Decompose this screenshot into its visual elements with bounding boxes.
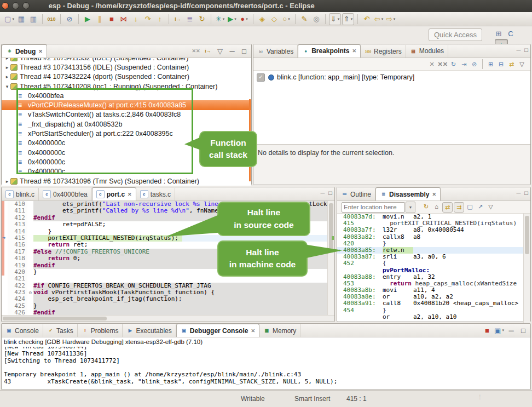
instruction-stepping-icon[interactable]: i→: [172, 14, 183, 25]
open-resource-icon[interactable]: ◇: [269, 14, 280, 25]
tree-twisty-icon[interactable]: ▾: [4, 84, 10, 89]
window-close-button[interactable]: [2, 2, 9, 9]
go-to-file-icon[interactable]: ⇥: [459, 60, 469, 69]
tab-problems[interactable]: !Problems: [78, 324, 123, 337]
editor-annotation-column[interactable]: [2, 201, 8, 208]
mark-occurrences-icon[interactable]: ◎: [311, 14, 322, 25]
breakpoint-checkbox[interactable]: ✓: [257, 73, 265, 82]
step-over-icon[interactable]: ↷: [142, 14, 153, 25]
tab-disassembly[interactable]: ≣Disassembly✕: [375, 187, 441, 200]
window-maximize-button[interactable]: [22, 2, 30, 9]
restart-icon[interactable]: ↻: [196, 14, 207, 25]
link-with-debug-icon[interactable]: ⇄: [507, 60, 516, 69]
editor-line-424[interactable]: 424 esp_set_breakpoint_if_jtag(function)…: [2, 296, 328, 302]
window-minimize-button[interactable]: [12, 2, 19, 9]
fold-marker-icon[interactable]: ⊖: [27, 289, 33, 296]
disasm-source-row[interactable]: 452{: [337, 260, 530, 267]
track-pc-toggle-icon[interactable]: ⇉: [454, 202, 464, 213]
tab-debug[interactable]: ✳Debug✕: [2, 44, 47, 58]
back-history-icon[interactable]: ↶: [361, 14, 372, 25]
editor-line-419[interactable]: 419#endif: [2, 262, 328, 269]
editor-annotation-column[interactable]: [2, 242, 8, 248]
disasm-instruction-row[interactable]: 40083a91:call80x40081b20 <heap_caps_mall…: [337, 300, 530, 307]
tree-twisty-icon[interactable]: ▸: [4, 74, 10, 79]
minimize-icon[interactable]: ─: [227, 45, 238, 56]
sync-source-toggle-icon[interactable]: ⇄: [442, 202, 453, 213]
source-editor[interactable]: 410 ets_printf("Last non-recursive lock …: [2, 201, 334, 322]
last-edit-location-icon[interactable]: ✎: [299, 14, 310, 25]
open-perspective-icon[interactable]: ⊞: [493, 28, 504, 39]
view-menu-icon[interactable]: ▽: [517, 60, 527, 69]
editor-horizontal-scrollbar[interactable]: [2, 315, 334, 322]
instruction-stepping-mode-icon[interactable]: i→: [203, 45, 213, 56]
breakpoint-list-item[interactable]: ✓ blink.c [function: app_main] [type: Te…: [253, 71, 530, 82]
debug-icon[interactable]: ✳▾: [215, 14, 225, 25]
editor-annotation-column[interactable]: [2, 283, 8, 289]
tab-close-icon[interactable]: ✕: [128, 192, 132, 197]
stack-frame[interactable]: ≡vPortCPUReleaseMutex() at port.c:415 0x…: [2, 100, 251, 110]
minimize-button[interactable]: ─: [517, 47, 521, 53]
editor-annotation-column[interactable]: [2, 276, 8, 282]
thread-row[interactable]: ▾Thread #5 1073410208 (ipc1 : Running) (…: [2, 82, 251, 91]
tab-debugger-console[interactable]: ▣Debugger Console✕: [176, 324, 259, 337]
save-icon[interactable]: ▦: [16, 14, 27, 25]
show-supported-breakpoints-icon[interactable]: ↻: [449, 60, 458, 69]
run-icon[interactable]: ▶▾: [227, 14, 238, 25]
line-number[interactable]: 416: [8, 242, 27, 248]
line-number[interactable]: 411: [8, 208, 27, 214]
remove-breakpoint-icon[interactable]: ✕: [427, 60, 437, 69]
skip-all-breakpoints-toggle-icon[interactable]: ⊘: [470, 60, 479, 69]
stack-frame[interactable]: ≡0x4000000c: [2, 157, 251, 167]
tab-close-icon[interactable]: ✕: [38, 49, 43, 54]
stack-frame[interactable]: ≡vTaskSwitchContext() at tasks.c:2,846 0…: [2, 110, 251, 119]
editor-annotation-column[interactable]: [2, 303, 8, 309]
disconnect-icon[interactable]: ⋈: [118, 14, 129, 25]
line-number[interactable]: 421: [8, 276, 27, 282]
tree-twisty-icon[interactable]: ▸: [4, 58, 10, 61]
save-all-icon[interactable]: ▥: [28, 14, 39, 25]
thread-row[interactable]: ▸Thread #4 1073432224 (dport) (Suspended…: [2, 72, 251, 82]
editor-annotation-column[interactable]: ⇒: [2, 235, 8, 242]
debug-launch-tree[interactable]: ▸Thread #2 1073411332 (IDLE) (Suspended …: [2, 58, 251, 186]
tab-tasks[interactable]: ✓Tasks: [43, 324, 78, 337]
suspend-icon[interactable]: ∥: [94, 14, 105, 25]
terminate-console-icon[interactable]: ■: [482, 325, 493, 336]
stack-frame[interactable]: ≡0x4000000c: [2, 148, 251, 157]
back-icon[interactable]: ⇦▾: [373, 14, 384, 25]
line-number[interactable]: 424: [8, 296, 27, 302]
stack-frame[interactable]: ≡0x4000000c: [2, 167, 251, 176]
statusbar-drag-handle[interactable]: ⋮: [477, 394, 482, 400]
tab-blink-c[interactable]: cblink.c: [2, 188, 39, 200]
disasm-source-row[interactable]: 454}: [337, 307, 530, 314]
location-combo-arrow[interactable]: ▼: [406, 202, 415, 213]
stack-frame[interactable]: ≡_frxt_dispatch() at 0x4008532b: [2, 119, 251, 129]
stack-frame[interactable]: ≡0x4000bfea: [2, 91, 251, 100]
tab-memory[interactable]: ▦Memory: [259, 324, 300, 337]
terminate-icon[interactable]: ■: [106, 14, 117, 25]
disasm-instruction-row[interactable]: 40083a87:srlia3, a0, 6: [337, 254, 530, 260]
new-icon[interactable]: ▢▾: [4, 14, 15, 25]
editor-annotation-column[interactable]: [2, 215, 8, 221]
editor-annotation-column[interactable]: [2, 208, 8, 214]
remove-all-breakpoints-icon[interactable]: ✕✕: [438, 60, 448, 69]
open-new-view-icon[interactable]: ↗: [476, 202, 485, 211]
tab-breakpoints[interactable]: ●Breakpoints✕: [298, 44, 361, 58]
view-menu-icon[interactable]: ▽: [215, 45, 225, 56]
location-input[interactable]: [342, 202, 405, 213]
editor-annotation-column[interactable]: [2, 289, 8, 296]
quick-access-button[interactable]: Quick Access: [429, 28, 482, 41]
disassembly-scrollbar[interactable]: [523, 214, 530, 323]
binary-counter-icon[interactable]: 010: [46, 14, 57, 25]
step-into-icon[interactable]: ↓: [130, 14, 141, 25]
thread-row[interactable]: ▸Thread #2 1073411332 (IDLE) (Suspended …: [2, 58, 251, 62]
maximize-button[interactable]: □: [328, 190, 332, 196]
maximize-icon[interactable]: □: [239, 45, 250, 56]
skip-all-breakpoints-icon[interactable]: ⊘: [64, 14, 75, 25]
collapse-all-icon[interactable]: ⊟: [496, 60, 506, 69]
previous-annotation-icon[interactable]: ⇑▾: [342, 13, 354, 25]
home-icon[interactable]: ⌂: [432, 202, 441, 211]
tab-close-icon[interactable]: ✕: [251, 328, 255, 334]
editor-annotation-column[interactable]: [2, 262, 8, 269]
tab-tasks-c[interactable]: ctasks.c: [136, 188, 175, 200]
open-element-icon[interactable]: ◈: [257, 14, 268, 25]
